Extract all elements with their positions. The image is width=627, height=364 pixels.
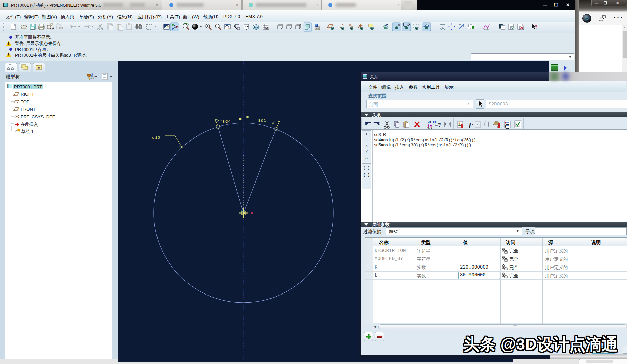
- svg-text:?: ?: [535, 24, 538, 30]
- svg-text:=?: =?: [435, 122, 441, 128]
- svg-text:sd3: sd3: [152, 136, 161, 140]
- svg-text:✱: ✱: [37, 66, 40, 70]
- svg-text:0.0: 0.0: [427, 126, 432, 129]
- svg-text:sd4: sd4: [222, 119, 231, 124]
- svg-text:AB: AB: [245, 25, 249, 28]
- svg-text:sd5: sd5: [258, 118, 267, 123]
- svg-text:d1: d1: [428, 121, 431, 124]
- svg-text:✱: ✱: [17, 128, 20, 132]
- svg-text:f: f: [469, 122, 472, 128]
- svg-text:y: y: [358, 25, 359, 27]
- svg-text:x: x: [471, 122, 474, 126]
